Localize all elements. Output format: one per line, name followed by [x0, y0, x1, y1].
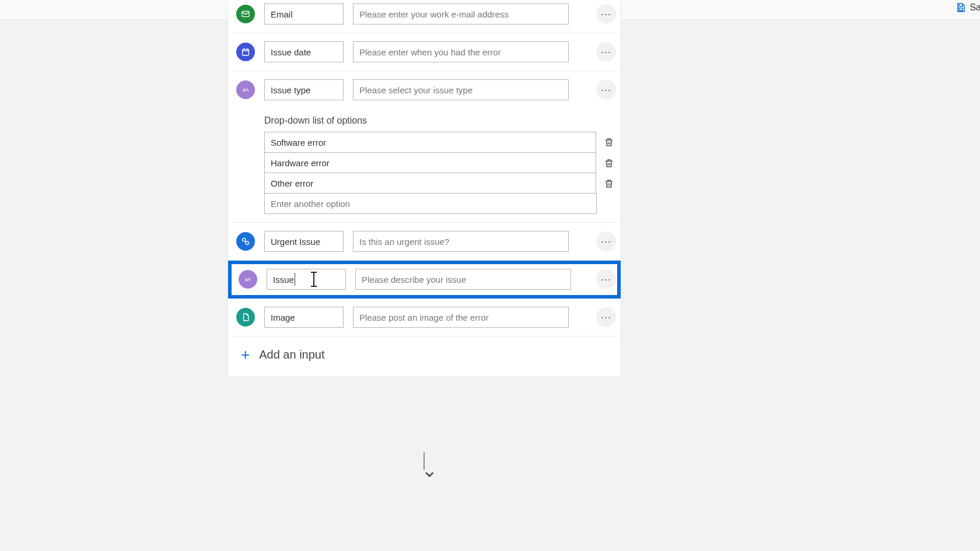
svg-point-4 [243, 238, 246, 241]
dropdown-option-input[interactable] [264, 173, 596, 194]
field-name-input[interactable] [264, 3, 344, 24]
dropdown-option-input[interactable] [264, 152, 596, 173]
field-desc-input[interactable] [353, 79, 569, 100]
flow-arrow-down-icon: ⌄ [421, 458, 438, 482]
trash-icon [604, 178, 614, 189]
dropdown-add-option-row [264, 194, 616, 214]
trash-icon [604, 158, 614, 169]
input-row-issue-desc[interactable]: aA ··· [228, 261, 621, 299]
delete-option-button[interactable] [602, 177, 616, 191]
field-name-input[interactable] [264, 307, 344, 328]
field-desc-input[interactable] [353, 307, 569, 328]
text-icon: aA [239, 270, 257, 289]
file-icon [236, 308, 255, 327]
input-row-email[interactable]: ··· [228, 0, 621, 33]
more-button[interactable]: ··· [596, 42, 616, 62]
dropdown-option-row [264, 173, 616, 194]
svg-text:aA: aA [245, 276, 251, 282]
text-cursor-icon [313, 272, 314, 286]
delete-option-button[interactable] [602, 156, 616, 170]
svg-text:aA: aA [243, 87, 249, 93]
email-icon [236, 5, 255, 23]
field-name-input[interactable] [264, 79, 344, 100]
trash-icon [604, 137, 614, 148]
dropdown-options-block: Drop-down list of options [264, 115, 616, 214]
more-button[interactable]: ··· [596, 4, 616, 24]
field-desc-input[interactable] [353, 231, 569, 252]
more-button[interactable]: ··· [596, 231, 616, 251]
input-row-issue-type[interactable]: aA ··· Drop-down list of options [228, 71, 621, 223]
save-label: Sav [970, 2, 980, 13]
field-desc-input[interactable] [353, 3, 569, 24]
input-row-issue-date[interactable]: ··· [228, 33, 621, 71]
text-caret-icon [295, 273, 295, 286]
field-desc-input[interactable] [353, 41, 569, 62]
save-icon [956, 2, 966, 13]
delete-option-button[interactable] [602, 135, 616, 149]
dropdown-option-row [264, 153, 616, 173]
dropdown-option-row [264, 132, 616, 153]
add-input-label: Add an input [259, 348, 324, 362]
field-name-input[interactable] [264, 41, 344, 62]
svg-point-5 [246, 241, 249, 244]
text-icon: aA [236, 80, 255, 99]
trigger-card: ··· ··· aA ··· Drop-down list of options [228, 0, 621, 377]
dropdown-options-title: Drop-down list of options [264, 115, 616, 126]
more-button[interactable]: ··· [596, 307, 616, 327]
svg-rect-0 [959, 8, 963, 11]
date-icon [236, 43, 255, 61]
more-button[interactable]: ··· [596, 80, 616, 100]
svg-rect-2 [243, 49, 249, 55]
field-desc-input[interactable] [355, 269, 571, 290]
field-name-input[interactable] [264, 231, 344, 252]
input-row-urgent-issue[interactable]: ··· [228, 223, 621, 261]
input-row-image[interactable]: ··· [228, 299, 621, 336]
dropdown-option-input[interactable] [264, 132, 596, 153]
save-button[interactable]: Sav [956, 2, 980, 13]
more-button[interactable]: ··· [596, 269, 616, 289]
add-input-button[interactable]: + Add an input [228, 336, 621, 364]
dropdown-add-option-input[interactable] [264, 193, 597, 214]
yesno-icon [236, 232, 255, 251]
field-name-input[interactable] [267, 269, 346, 290]
plus-icon: + [241, 347, 250, 362]
